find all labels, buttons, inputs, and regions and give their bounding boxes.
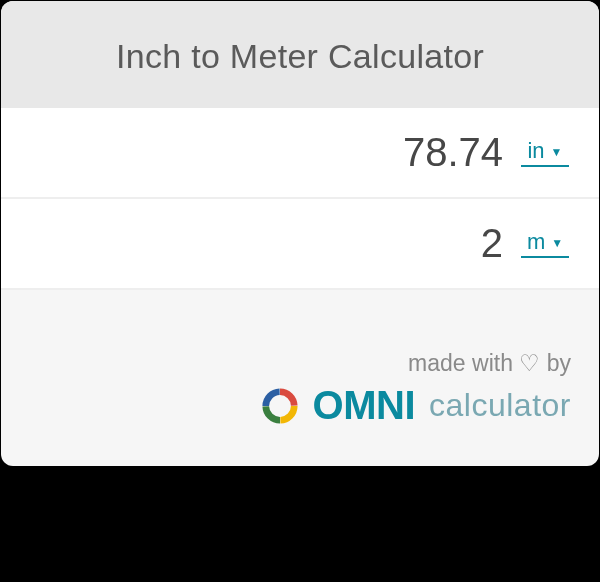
input-row: m ▼ [1,199,599,290]
made-with-text: made with ♡ by [29,350,571,377]
input-rows: in ▼ m ▼ [1,108,599,290]
chevron-down-icon: ▼ [551,146,563,158]
footer: made with ♡ by OMNI calculator [1,290,599,466]
input-row: in ▼ [1,108,599,199]
brand-link[interactable]: OMNI calculator [29,383,571,428]
meters-input[interactable] [1,221,503,266]
chevron-down-icon: ▼ [551,237,563,249]
unit-label: m [527,229,545,255]
omni-logo-icon [261,387,299,425]
meters-unit-select[interactable]: m ▼ [521,229,569,258]
inches-unit-select[interactable]: in ▼ [521,138,569,167]
page-title: Inch to Meter Calculator [21,37,579,76]
header: Inch to Meter Calculator [1,1,599,108]
unit-label: in [527,138,544,164]
inches-input[interactable] [1,130,503,175]
calculator-card: Inch to Meter Calculator in ▼ m ▼ made w… [1,1,599,466]
brand-sub: calculator [429,387,571,424]
brand-name: OMNI [313,383,415,428]
